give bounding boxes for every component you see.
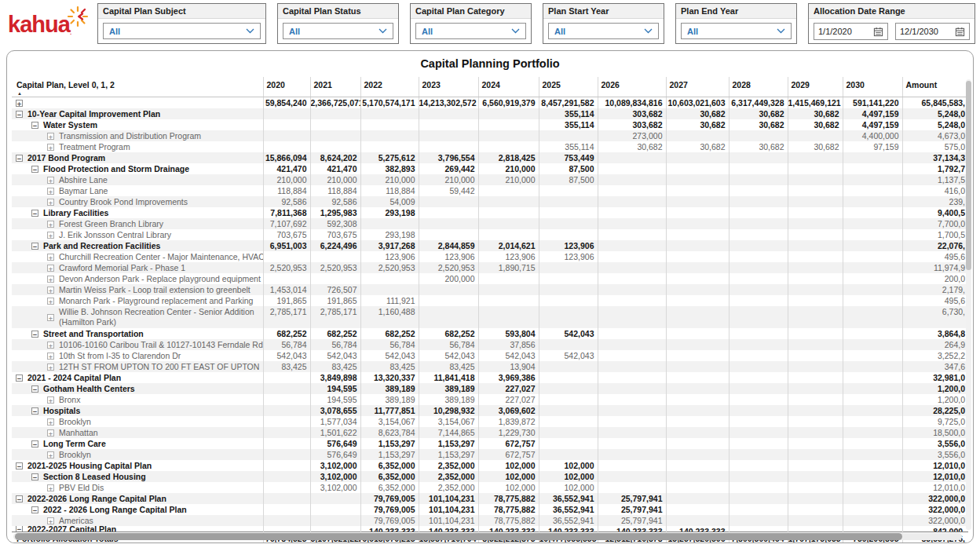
row-header-cell[interactable]: Capital Plan, Level 0, 1, 2▲ [12,77,263,97]
collapse-icon[interactable]: − [31,122,38,129]
cell-amount: 3,252,2 [902,350,968,361]
collapse-icon[interactable]: − [16,526,23,532]
cell-2024 [478,207,539,218]
chevron-down-icon [777,28,785,34]
cell-2029 [788,504,843,515]
collapse-icon[interactable]: − [31,210,38,217]
column-header-2029[interactable]: 2029 [788,77,843,97]
column-header-2026[interactable]: 2026 [598,77,666,97]
expand-icon[interactable]: + [47,418,54,426]
expand-icon[interactable]: + [47,265,54,272]
expand-icon[interactable]: + [47,484,54,491]
cell-2028 [729,449,788,460]
cell-2025 [539,383,598,394]
column-header-2022[interactable]: 2022 [360,77,419,97]
vertical-scrollbar[interactable] [966,79,971,530]
cell-2030: 4,497,159 [843,119,902,130]
column-header-2021[interactable]: 2021 [310,77,360,97]
cell-2024 [478,185,539,196]
column-header-2030[interactable]: 2030 [843,77,902,97]
column-header-2023[interactable]: 2023 [419,77,478,97]
expand-icon[interactable]: + [47,364,54,371]
cell-2025 [539,295,598,306]
cell-2024 [478,218,539,229]
expand-icon[interactable]: + [47,314,54,321]
horizontal-scrollbar[interactable] [13,533,962,540]
date-from-value: 1/1/2020 [818,27,852,36]
cell-2021 [310,141,360,152]
expand-icon[interactable]: + [47,232,54,239]
chevron-down-icon [246,28,254,34]
cell-2025: 102,000 [539,471,598,482]
expand-icon[interactable]: + [47,133,54,140]
date-from-input[interactable]: 1/1/2020 [814,23,888,40]
cell-amount: 37,134,3 [902,152,968,163]
cell-2024: 227,027 [478,394,539,405]
collapse-icon[interactable]: − [16,462,23,469]
expand-icon[interactable]: + [47,221,54,228]
column-header-2027[interactable]: 2027 [666,77,729,97]
expand-icon[interactable]: + [47,353,54,360]
expand-icon[interactable]: + [47,177,54,184]
collapse-icon[interactable]: − [31,385,38,393]
cell-2027 [666,416,729,427]
expand-icon[interactable]: + [47,276,54,283]
collapse-icon[interactable]: − [16,374,23,382]
cell-2025: 542,043 [539,350,598,361]
cell-2024 [478,196,539,207]
expand-icon[interactable]: + [47,517,54,524]
collapse-icon[interactable]: − [31,331,38,338]
cell-2027 [666,460,729,471]
cell-2027 [666,130,729,141]
expand-icon[interactable]: + [47,342,54,349]
horizontal-scrollbar-thumb[interactable] [15,533,902,540]
plan-start-year-dropdown[interactable]: All [548,23,659,39]
capital-plan-category-dropdown[interactable]: All [415,23,526,39]
collapse-icon[interactable]: − [16,155,23,162]
column-header-2028[interactable]: 2028 [729,77,788,97]
collapse-icon[interactable]: − [31,473,38,480]
capital-plan-status-dropdown[interactable]: All [283,23,393,39]
cell-amount: 495,6 [902,251,968,262]
column-header-2025[interactable]: 2025 [539,77,598,97]
column-header-amount[interactable]: Amount [902,77,968,97]
expand-icon[interactable]: + [47,199,54,206]
row-label: 2022 - 2026 Long Range Capital Plan [43,504,187,515]
cell-2022: 8,623,784 [360,427,419,438]
vertical-scrollbar-thumb[interactable] [966,81,971,270]
table-row: +10th St from I-35 to Clarendon Dr542,04… [12,350,968,361]
collapse-icon[interactable]: − [31,440,38,448]
expand-icon[interactable]: + [47,287,54,294]
column-header-2024[interactable]: 2024 [478,77,539,97]
cell-2021: 191,865 [310,295,360,306]
cell-2024: 1,839,872 [478,416,539,427]
date-to-input[interactable]: 12/1/2030 [895,23,970,40]
expand-icon[interactable]: + [47,298,54,305]
cell-2028 [729,394,788,405]
cell-2029 [788,526,843,532]
top-filter-bar: kahua. Capital Plan Subject All Capital … [0,0,980,49]
expand-icon[interactable]: + [47,188,54,195]
cell-2028 [729,306,788,328]
capital-plan-subject-dropdown[interactable]: All [103,23,261,39]
column-header-2020[interactable]: 2020 [263,77,310,97]
cell-2025 [539,339,598,350]
filter-label: Plan Start Year [543,4,664,19]
collapse-icon[interactable]: − [31,243,38,250]
cell-2021: 92,586 [310,196,360,207]
collapse-icon[interactable]: − [16,111,23,118]
filter-plan-start-year: Plan Start Year All [543,3,664,44]
plan-end-year-dropdown[interactable]: All [681,23,792,39]
collapse-icon[interactable]: − [31,506,38,513]
expand-icon[interactable]: + [47,396,54,404]
expand-icon[interactable]: + [47,254,54,261]
expand-icon[interactable]: + [47,429,54,437]
collapse-icon[interactable]: − [16,495,23,502]
expand-icon[interactable]: + [47,144,54,151]
expand-icon[interactable]: + [47,451,54,458]
expand-icon[interactable]: + [16,100,23,107]
cell-2023: 200,000 [419,273,478,284]
collapse-icon[interactable]: − [31,166,38,173]
cell-2026: 303,682 [598,119,666,130]
collapse-icon[interactable]: − [31,407,38,415]
